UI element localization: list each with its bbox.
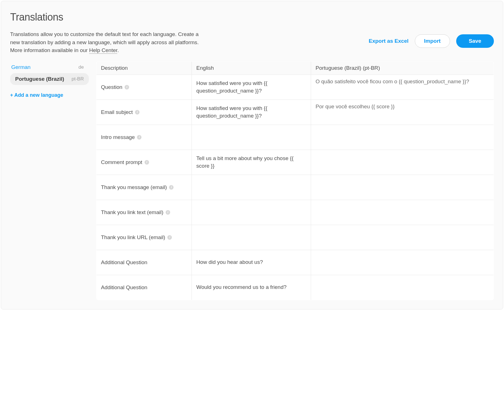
language-sidebar: German de Portuguese (Brazil) pt-BR + Ad… [10,61,89,98]
table-row: Thank you link text (email)i [96,200,494,225]
description-cell: Additional Question [96,250,192,275]
description-cell: Thank you message (email)i [96,175,192,200]
translation-input[interactable] [316,178,489,195]
description-cell: Email subjecti [96,100,192,125]
translation-cell [311,100,494,125]
sidebar-item-code: pt-BR [72,76,84,82]
translation-input[interactable] [316,228,489,245]
table-row: Thank you message (email)i [96,175,494,200]
column-header-english: English [192,61,311,75]
description-label: Additional Question [101,284,147,291]
description-cell: Questioni [96,75,192,100]
translation-cell [311,175,494,200]
table-row: Thank you link URL (email)i [96,225,494,250]
translation-cell [311,225,494,250]
description-label: Thank you link text (email) [101,209,163,215]
info-icon[interactable]: i [135,110,140,114]
translation-input[interactable] [316,78,489,95]
info-icon[interactable]: i [167,235,172,240]
table-row: Additional QuestionWould you recommend u… [96,275,494,300]
import-button[interactable]: Import [415,34,450,48]
description-cell: Thank you link URL (email)i [96,225,192,250]
page-description: Translations allow you to customize the … [10,30,201,55]
translation-input[interactable] [316,253,489,270]
column-header-description: Description [96,61,192,75]
translations-table: Description English Portuguese (Brazil) … [96,61,494,300]
translation-input[interactable] [316,278,489,295]
description-cell: Intro messagei [96,125,192,150]
translation-cell [311,75,494,100]
translation-cell [311,150,494,175]
column-header-translation: Portuguese (Brazil) (pt-BR) [311,61,494,75]
description-label: Email subject [101,109,133,115]
description-label: Intro message [101,134,135,140]
english-text: Would you recommend us to a friend? [196,284,287,291]
translation-cell [311,275,494,300]
export-excel-link[interactable]: Export as Excel [369,38,409,44]
english-text: How did you hear about us? [196,259,263,266]
english-cell: How did you hear about us? [192,250,311,275]
info-icon[interactable]: i [125,85,129,89]
info-icon[interactable]: i [166,210,170,215]
description-suffix: . [117,47,119,53]
translation-input[interactable] [316,128,489,145]
sidebar-item-label: German [11,64,31,70]
sidebar-item-label: Portuguese (Brazil) [15,76,64,82]
description-label: Comment prompt [101,159,142,165]
english-cell: How satisfied were you with {{ question_… [192,100,311,125]
translations-table-wrap: Description English Portuguese (Brazil) … [96,61,494,300]
sidebar-item-portuguese-brazil[interactable]: Portuguese (Brazil) pt-BR [10,73,89,85]
header-actions: Export as Excel Import Save [369,34,494,48]
english-text: Tell us a bit more about why you chose {… [196,155,306,170]
english-cell [192,125,311,150]
table-row: Intro messagei [96,125,494,150]
translation-cell [311,125,494,150]
description-cell: Thank you link text (email)i [96,200,192,225]
description-label: Thank you link URL (email) [101,234,165,241]
table-row: Comment promptiTell us a bit more about … [96,150,494,175]
english-text: How satisfied were you with {{ question_… [196,105,306,120]
translation-cell [311,200,494,225]
english-text: How satisfied were you with {{ question_… [196,80,306,95]
description-label: Question [101,84,122,90]
english-cell [192,175,311,200]
info-icon[interactable]: i [169,185,174,190]
table-row: QuestioniHow satisfied were you with {{ … [96,75,494,100]
header-row: Translations allow you to customize the … [10,30,494,55]
translation-cell [311,250,494,275]
table-row: Email subjectiHow satisfied were you wit… [96,100,494,125]
description-label: Additional Question [101,259,147,266]
translation-input[interactable] [316,103,489,120]
description-label: Thank you message (email) [101,184,167,190]
translation-input[interactable] [316,203,489,220]
table-row: Additional QuestionHow did you hear abou… [96,250,494,275]
translation-input[interactable] [316,153,489,170]
sidebar-item-german[interactable]: German de [10,61,89,73]
english-cell [192,200,311,225]
sidebar-item-code: de [78,64,84,70]
english-cell: Tell us a bit more about why you chose {… [192,150,311,175]
description-cell: Additional Question [96,275,192,300]
english-cell: How satisfied were you with {{ question_… [192,75,311,100]
info-icon[interactable]: i [145,160,149,165]
english-cell [192,225,311,250]
save-button[interactable]: Save [456,34,494,48]
help-center-link[interactable]: Help Center [89,47,117,54]
page-title: Translations [10,11,494,23]
english-cell: Would you recommend us to a friend? [192,275,311,300]
info-icon[interactable]: i [137,135,141,140]
add-language-button[interactable]: + Add a new language [10,92,89,98]
description-cell: Comment prompti [96,150,192,175]
